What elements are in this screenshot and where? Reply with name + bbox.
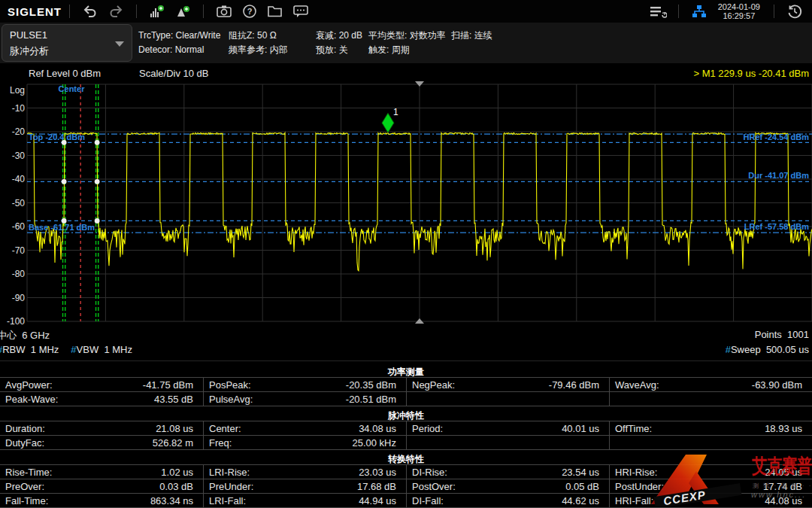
table-section-0: 功率测量AvgPower:-41.75 dBmPosPeak:-20.35 dB… xyxy=(0,364,812,406)
href-level-label: HRef -24.54 dBm xyxy=(744,132,810,141)
message-icon[interactable] xyxy=(288,2,314,20)
y-axis-tick: -50 xyxy=(12,198,26,208)
cell-value: -63.90 dBm xyxy=(752,379,812,391)
setting-line: 衰减: 20 dB xyxy=(316,29,368,43)
rbw-vbw-readout[interactable]: #RBW 1 MHz#VBW 1 MHz xyxy=(0,344,132,355)
table-cell: Freq:25.00 kHz xyxy=(203,436,406,449)
setting-column-3: 平均类型: 对数功率触发: 周期 xyxy=(368,29,451,57)
network-icon[interactable] xyxy=(686,2,712,20)
table-cell: WaveAvg:-63.90 dBm xyxy=(609,378,812,391)
setting-line: 频率参考: 内部 xyxy=(229,43,316,57)
acquisition-settings: TrcType: Clear/WriteDetecor: Normal阻抗Z: … xyxy=(138,29,519,57)
crossing-point-dot xyxy=(62,179,67,184)
datetime-display: 2024-01-09 16:29:57 xyxy=(718,2,760,20)
cell-value: 0.05 dB xyxy=(565,481,609,492)
watermark-logo-icon: CCEXP xyxy=(647,452,752,506)
trace-add-icon[interactable] xyxy=(144,2,170,20)
scale-div-readout[interactable]: Scale/Div 10 dB xyxy=(139,68,209,79)
table-cell: AvgPower:-41.75 dBm xyxy=(0,378,203,391)
cell-value: -41.75 dBm xyxy=(143,379,203,391)
table-cell: Peak-Wave:43.55 dB xyxy=(0,392,203,406)
table-cell: Duration:21.08 us xyxy=(0,421,203,435)
cell-label: DI-Rise: xyxy=(407,467,447,478)
help-icon[interactable]: ? xyxy=(237,2,262,20)
top-toolbar: SIGLENT ? 2024-01-09 16:29:57 xyxy=(0,0,812,23)
peak-marker-add-icon[interactable] xyxy=(170,2,195,20)
undo-icon[interactable] xyxy=(77,2,103,20)
divider xyxy=(0,360,812,361)
cell-label: LRI-Fall: xyxy=(204,495,246,506)
cell-value: -79.46 dBm xyxy=(549,379,609,391)
cell-value: 44.62 us xyxy=(562,495,609,506)
cell-value: 25.00 kHz xyxy=(352,437,406,449)
cell-value: 1.02 us xyxy=(161,467,203,478)
cell-value: 23.03 us xyxy=(359,467,406,478)
marker-readout: > M1 229.9 us -20.41 dBm xyxy=(693,68,809,79)
plot-header: Ref Level 0 dBm Scale/Div 10 dB > M1 229… xyxy=(0,68,812,80)
y-axis-tick: -80 xyxy=(12,269,26,279)
center-gate-label: Center xyxy=(59,84,86,93)
y-axis-tick: -30 xyxy=(12,151,26,161)
cell-value: 17.68 dB xyxy=(357,481,406,492)
cell-label: Duration: xyxy=(0,423,45,434)
menu-list-icon[interactable] xyxy=(645,2,671,20)
crossing-point-dot xyxy=(95,218,100,224)
marker-m1-diamond[interactable] xyxy=(382,113,394,132)
table-cell xyxy=(406,392,609,406)
cell-value: 526.82 m xyxy=(153,437,203,449)
table-row: Duration:21.08 usCenter:34.08 usPeriod:4… xyxy=(0,421,812,435)
measurement-mode-dropdown[interactable]: PULSE1 脉冲分析 xyxy=(2,24,132,62)
mode-title: PULSE1 xyxy=(10,29,47,41)
marker-m1-number: 1 xyxy=(393,107,398,117)
table-cell xyxy=(609,436,812,449)
cell-label: Rise-Time: xyxy=(0,467,52,478)
table-cell: NegPeak:-79.46 dBm xyxy=(406,378,609,391)
siglent-logo: SIGLENT xyxy=(8,5,62,18)
mode-subtitle: 脉冲分析 xyxy=(10,44,49,58)
cell-value: 863.34 ns xyxy=(150,495,203,506)
sweep-readout[interactable]: #Sweep 500.05 us xyxy=(726,344,809,355)
config-bar: PULSE1 脉冲分析 TrcType: Clear/WriteDetecor:… xyxy=(0,23,812,63)
spectrum-plot-canvas[interactable]: Log-10-20-30-40-50-60-70-80-90-100Center… xyxy=(0,79,812,330)
table-row: AvgPower:-41.75 dBmPosPeak:-20.35 dBmNeg… xyxy=(0,377,812,391)
cell-label: WaveAvg: xyxy=(610,379,659,391)
cell-value: 0.03 dB xyxy=(159,481,203,492)
setting-line: 触发: 周期 xyxy=(368,43,451,57)
duration-level-label: Dur -41.07 dBm xyxy=(748,171,809,180)
cell-value: -20.51 dBm xyxy=(346,394,406,405)
history-icon[interactable] xyxy=(782,2,807,20)
ref-level-readout[interactable]: Ref Level 0 dBm xyxy=(29,68,101,79)
plot-footer-line2: #RBW 1 MHz#VBW 1 MHz #Sweep 500.05 us xyxy=(0,344,812,358)
table-cell: LRI-Fall:44.94 us xyxy=(203,494,406,507)
table-cell xyxy=(609,392,812,406)
rbw-value: RBW 1 MHz xyxy=(2,344,59,355)
table-cell: DI-Fall:44.62 us xyxy=(406,494,609,507)
cell-value: -20.35 dBm xyxy=(346,379,406,391)
cell-label: PostOver: xyxy=(407,481,456,492)
table-cell xyxy=(406,436,609,449)
camera-icon[interactable] xyxy=(211,2,237,20)
cell-value: 34.08 us xyxy=(359,423,406,434)
folder-icon[interactable] xyxy=(262,2,288,20)
top-level-label: Top -20.4 dBm xyxy=(29,132,85,141)
vendor-watermark: CCEXP 艾克赛普 测 试 · 仪 器 · ··· www.hnc... xyxy=(647,452,812,506)
cell-value: 44.94 us xyxy=(359,495,406,506)
y-axis-scale-type: Log xyxy=(10,85,25,96)
cell-value: 23.54 us xyxy=(562,467,609,478)
y-axis-tick: -10 xyxy=(12,103,26,114)
table-cell: Period:40.01 us xyxy=(406,421,609,435)
setting-column-4: 扫描: 连续 xyxy=(451,29,519,57)
svg-text:?: ? xyxy=(247,7,253,16)
table-section-title: 脉冲特性 xyxy=(0,407,812,421)
cell-value: 40.01 us xyxy=(562,423,609,434)
table-cell: Rise-Time:1.02 us xyxy=(0,465,203,479)
sweep-value: Sweep 500.05 us xyxy=(731,344,809,355)
cell-label: AvgPower: xyxy=(0,379,53,391)
redo-icon[interactable] xyxy=(103,2,129,20)
center-frequency-readout[interactable]: 中心 6 GHz xyxy=(0,329,50,342)
date-text: 2024-01-09 xyxy=(718,2,760,11)
watermark-brand-text: 艾克赛普 xyxy=(752,453,812,479)
time-text: 16:29:57 xyxy=(718,11,760,20)
cell-value: 18.93 us xyxy=(765,423,812,434)
watermark-url: www.hnc... xyxy=(751,490,806,499)
